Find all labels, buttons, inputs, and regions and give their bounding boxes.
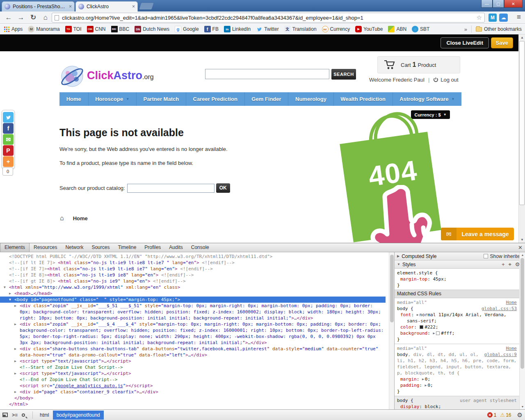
dom-node[interactable]: ▶<div class="zopim" __jx__id="___$_4 ___… — [0, 321, 386, 346]
style-line[interactable]: padding: ▶0; — [395, 382, 519, 388]
style-line[interactable]: margin: ▶0; — [395, 376, 519, 382]
scrollbar-thumb[interactable] — [520, 258, 524, 369]
share-facebook-button[interactable]: f — [3, 123, 14, 134]
nav-item-home[interactable]: Home — [59, 92, 88, 106]
bookmark-star-icon[interactable]: ☆ — [477, 14, 482, 21]
bookmark-apps[interactable]: Apps — [3, 26, 23, 32]
devtools-tab-resources[interactable]: Resources — [30, 243, 61, 252]
dom-node[interactable]: </html> — [0, 401, 386, 407]
bookmark-twitter[interactable]: Twitter — [256, 26, 278, 32]
devtools-tab-network[interactable]: Network — [61, 243, 87, 252]
dom-node[interactable]: <script src="/google_analytics_auto.js">… — [0, 383, 386, 389]
devtools-dom-tree[interactable]: <!DOCTYPE html PUBLIC "-//W3C//DTD XHTML… — [0, 252, 389, 409]
inspect-search-icon[interactable] — [22, 413, 25, 417]
element-style-rule[interactable]: element.style {margin-top: 45px;} — [395, 269, 519, 290]
dom-node[interactable]: <!--End of Zopim Live Chat Script--> — [0, 377, 386, 383]
live-chat-button[interactable]: ✉ Leave a message — [441, 228, 514, 240]
dom-node[interactable]: ▶<script type="text/javascript">…</scrip… — [0, 358, 386, 364]
bookmark-sbt[interactable]: ◌SBT — [412, 26, 429, 32]
bookmark-youtube[interactable]: ▶YouTube — [355, 26, 383, 32]
dom-node[interactable]: <!--[if IE 7]><html class="no-js lt-ie9 … — [0, 266, 386, 272]
close-button[interactable]: ✕ — [504, 0, 523, 8]
bookmark-dutch-news[interactable]: DNDutch News — [135, 26, 169, 32]
nav-item-career-prediction[interactable]: Career Prediction — [186, 92, 244, 106]
bookmark-fb[interactable]: fFB — [204, 26, 219, 32]
site-logo[interactable]: ClickAstro.org — [87, 69, 154, 82]
warning-icon[interactable]: ⚠ — [500, 412, 505, 418]
bookmark-linkedin[interactable]: inLinkedIn — [224, 26, 251, 32]
save-button[interactable]: Save — [491, 37, 513, 48]
home-icon[interactable]: ⌂ — [60, 215, 64, 222]
extension-cloud-icon[interactable]: ☁ — [499, 14, 508, 22]
bookmark-manorama[interactable]: MManorama — [28, 26, 59, 32]
scroll-down-icon[interactable]: ▼ — [520, 404, 525, 409]
computed-style-header[interactable]: ▶ Computed Style Show inherited — [395, 252, 525, 260]
scroll-up-icon[interactable]: ▲ — [519, 34, 525, 41]
ok-button[interactable]: OK — [216, 183, 230, 193]
bookmark-cnn[interactable]: CNNCNN — [87, 26, 106, 32]
maximize-button[interactable]: ▢ — [493, 0, 504, 8]
bookmark-google[interactable]: gGoogle — [175, 26, 199, 32]
devtools-tab-audits[interactable]: Audits — [165, 243, 187, 252]
styles-scrollbar[interactable]: ▲ ▼ — [519, 252, 525, 409]
error-count[interactable]: 1 — [494, 412, 497, 418]
style-line[interactable]: background: ▶#fff; — [395, 330, 519, 336]
forward-icon[interactable]: → — [16, 13, 26, 23]
show-inherited-checkbox[interactable] — [484, 254, 488, 258]
logout-link[interactable]: Log out — [441, 77, 458, 83]
style-line[interactable]: color: #222; — [395, 324, 519, 330]
share-addthis-button[interactable]: + — [3, 156, 14, 167]
tab-close-icon[interactable]: × — [69, 4, 72, 9]
bookmarks-overflow-icon[interactable]: » — [464, 26, 467, 32]
devtools-tab-elements[interactable]: Elements — [0, 243, 30, 252]
style-line[interactable]: margin-top: 45px; — [395, 276, 519, 282]
settings-gear-icon[interactable]: ⚙ — [517, 411, 523, 419]
dom-node[interactable]: <!--[if IE 8]><html class="no-js lt-ie9 … — [0, 272, 386, 278]
style-line[interactable]: } — [395, 336, 519, 342]
dom-node[interactable]: ▶<div class="zopim" __jx__id="___$_51 __… — [0, 303, 386, 321]
scrollbar-thumb[interactable] — [519, 41, 525, 205]
error-icon[interactable]: ✕ — [487, 412, 493, 418]
bookmark-toi[interactable]: TOITOI — [65, 26, 82, 32]
bookmark-bbc[interactable]: BBCBBC — [111, 26, 130, 32]
dom-node[interactable]: ▼<html xmlns="http://www.w3.org/1999/xht… — [0, 284, 386, 290]
nav-item-partner-match[interactable]: Partner Match — [136, 92, 186, 106]
bookmark-currency[interactable]: xeCurrency — [322, 26, 350, 32]
share-email-button[interactable]: ✉ — [3, 134, 14, 145]
devtools-tab-console[interactable]: Console — [187, 243, 213, 252]
status-crumb-body-pagenotfound[interactable]: body#pagenotfound — [53, 411, 104, 420]
devtools-tab-sources[interactable]: Sources — [87, 243, 114, 252]
console-toggle-icon[interactable]: >≡ — [12, 412, 18, 418]
bookmark-abn[interactable]: ABN — [388, 26, 406, 32]
new-style-rule-icon[interactable]: + — [502, 261, 505, 267]
scrollbar-thumb[interactable] — [390, 255, 394, 322]
scroll-up-icon[interactable]: ▲ — [520, 252, 525, 258]
css-rule[interactable]: user agent stylesheetbody {display: bloc… — [395, 396, 519, 409]
reload-icon[interactable]: ↻ — [28, 13, 39, 23]
bookmark-translation[interactable]: 文Translation — [284, 26, 317, 32]
catalog-search-input[interactable] — [127, 184, 215, 193]
dom-node[interactable]: ▶<head>…</head> — [0, 290, 386, 297]
style-line[interactable]: element.style { — [395, 270, 519, 276]
status-crumb-html[interactable]: html — [36, 411, 53, 420]
styles-header[interactable]: ▼ Styles + ⌖ ⚙▾ — [395, 260, 525, 269]
style-line[interactable]: } — [395, 282, 519, 288]
dom-node[interactable]: <!--[if lt IE 7]> <html class="no-js lt-… — [0, 260, 386, 266]
breadcrumb-home[interactable]: Home — [73, 215, 88, 221]
minimize-button[interactable]: — — [481, 0, 493, 8]
style-line[interactable]: Homemedia="all" — [395, 345, 519, 352]
dom-node-selected[interactable]: ▼<body id="pagenotfound" class=" " style… — [0, 297, 386, 303]
site-search-input[interactable] — [205, 69, 329, 79]
style-line[interactable]: user agent stylesheetbody { — [395, 397, 519, 404]
nav-item-wealth-prediction[interactable]: Wealth Prediction — [333, 92, 393, 106]
tab-clickastro[interactable]: ClickAstro × — [75, 1, 138, 11]
devtools-tab-timeline[interactable]: Timeline — [114, 243, 140, 252]
style-line[interactable]: Homemedia="all" — [395, 299, 519, 306]
cart-summary[interactable]: Cart 1 Product — [377, 56, 460, 73]
style-line[interactable]: } — [395, 388, 519, 395]
dom-node[interactable]: <!--[if gt IE 8]> <html class="no-js ie9… — [0, 278, 386, 284]
scroll-down-icon[interactable]: ▼ — [519, 237, 525, 243]
style-line[interactable]: font: ▶normal 11px/14px Arial, Verdana, … — [395, 312, 519, 324]
nav-item-horoscope[interactable]: Horoscope▼ — [88, 92, 136, 106]
style-line[interactable]: global.css:53body { — [395, 306, 519, 312]
